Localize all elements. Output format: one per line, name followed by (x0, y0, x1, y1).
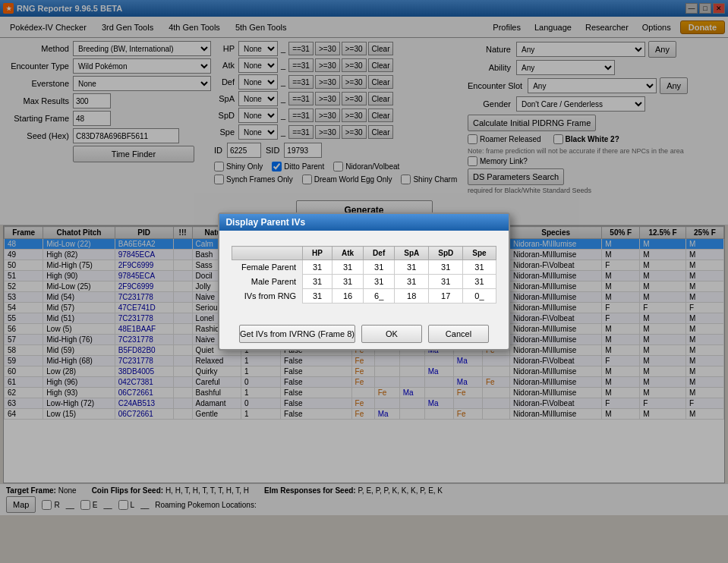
ok-button[interactable]: OK (361, 325, 422, 343)
dialog-table-row: Female Parent313131313131 (232, 260, 496, 275)
dialog-title: Display Parent IVs (219, 214, 508, 231)
dialog-col-spd: SpD (429, 247, 463, 260)
dialog-table-row: IVs from RNG31166_18170_ (232, 289, 496, 304)
dialog-col-hp: HP (303, 247, 332, 260)
dialog-col-spa: SpA (395, 247, 429, 260)
cancel-button[interactable]: Cancel (428, 325, 489, 343)
dialog-col-atk: Atk (332, 247, 363, 260)
display-parent-ivs-dialog: Display Parent IVs HP Atk Def SpA SpD Sp… (218, 212, 509, 351)
dialog-col-spe: Spe (463, 247, 496, 260)
dialog-header-row: HP Atk Def SpA SpD Spe (232, 247, 496, 260)
dialog-table-row: Male Parent313131313131 (232, 275, 496, 289)
dialog-footer: Get IVs from IVRNG (Frame 8) OK Cancel (219, 319, 508, 349)
dialog-table-body: Female Parent313131313131Male Parent3131… (232, 260, 496, 304)
dialog-overlay: Display Parent IVs HP Atk Def SpA SpD Sp… (0, 0, 728, 563)
get-ivrng-button[interactable]: Get IVs from IVRNG (Frame 8) (239, 325, 355, 343)
dialog-iv-table: HP Atk Def SpA SpD Spe Female Parent3131… (232, 246, 496, 304)
dialog-body: HP Atk Def SpA SpD Spe Female Parent3131… (219, 231, 508, 319)
dialog-col-def: Def (364, 247, 395, 260)
